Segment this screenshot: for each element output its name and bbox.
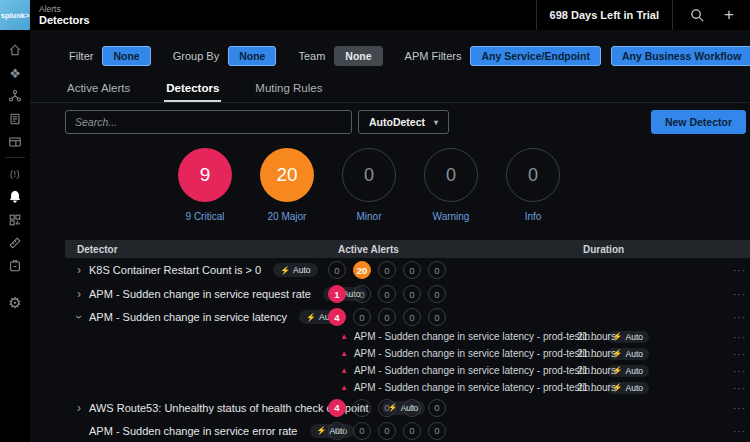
count-minor: 0: [378, 399, 396, 417]
critical-triangle-icon: ▲: [340, 383, 348, 392]
alert-name[interactable]: APM - Sudden change in service latency -…: [354, 365, 599, 376]
alert-count-pills: 4 0 0 0 0: [328, 399, 446, 417]
alerts-bell-icon[interactable]: [0, 187, 30, 207]
alert-name[interactable]: APM - Sudden change in service latency -…: [354, 348, 599, 359]
settings-gear-icon[interactable]: ⚙: [0, 293, 30, 313]
severity-warning: 0 Warning: [423, 148, 479, 222]
tab-active-alerts[interactable]: Active Alerts: [65, 82, 132, 102]
sidebar-nav: ❖ (!) ⚙: [0, 30, 30, 442]
severity-major: 20 20 Major: [259, 148, 315, 222]
synthetics-icon[interactable]: [0, 256, 30, 276]
alert-sub-row[interactable]: ▲ APM - Sudden change in service latency…: [65, 362, 750, 379]
log-observer-icon[interactable]: [0, 109, 30, 129]
detector-name[interactable]: APM - Sudden change in service error rat…: [89, 425, 298, 437]
filter-none-pill[interactable]: None: [102, 46, 150, 66]
collapse-chevron-icon[interactable]: ›: [72, 311, 86, 323]
count-info: 0: [428, 261, 446, 279]
row-menu-icon[interactable]: ···: [733, 265, 746, 276]
apm-business-workflow-pill[interactable]: Any Business Workflow: [611, 46, 750, 66]
count-info: 0: [428, 308, 446, 326]
count-minor: 0: [378, 261, 396, 279]
group-by-none-pill[interactable]: None: [228, 46, 276, 66]
critical-count-circle[interactable]: 9: [178, 148, 232, 202]
table-row[interactable]: › AWS Route53: Unhealthy status of healt…: [65, 396, 750, 419]
info-count-circle[interactable]: 0: [506, 148, 560, 202]
row-menu-icon[interactable]: ···: [733, 382, 746, 393]
expand-chevron-icon[interactable]: ›: [73, 263, 85, 277]
row-menu-icon[interactable]: ···: [733, 348, 746, 359]
row-menu-icon[interactable]: ···: [733, 425, 746, 436]
column-duration: Duration: [583, 244, 624, 255]
warning-label[interactable]: Warning: [423, 211, 479, 222]
search-icon[interactable]: [688, 6, 706, 24]
team-none-pill[interactable]: None: [334, 46, 382, 66]
detectors-table: Detector Active Alerts Duration › K8S Co…: [65, 240, 750, 442]
row-menu-icon[interactable]: ···: [733, 312, 746, 323]
table-row[interactable]: › APM - Sudden change in service latency…: [65, 306, 750, 328]
topology-icon[interactable]: [0, 86, 30, 106]
detector-name[interactable]: APM - Sudden change in service request r…: [89, 288, 311, 300]
splunk-logo[interactable]: splunk>: [0, 0, 30, 30]
row-menu-icon[interactable]: ···: [733, 331, 746, 342]
filter-label: Filter: [69, 50, 93, 62]
alert-duration: 21 hours: [577, 365, 616, 376]
row-menu-icon[interactable]: ···: [733, 289, 746, 300]
expand-chevron-icon[interactable]: ›: [73, 401, 85, 415]
table-row[interactable]: › APM - Sudden change in service request…: [65, 282, 750, 306]
minor-label[interactable]: Minor: [341, 211, 397, 222]
add-icon[interactable]: +: [720, 6, 738, 24]
count-warning: 0: [403, 399, 421, 417]
bolt-icon: ⚡: [280, 266, 290, 275]
alert-sub-row[interactable]: ▲ APM - Sudden change in service latency…: [65, 328, 750, 345]
count-major: 0: [353, 285, 371, 303]
info-label[interactable]: Info: [505, 211, 561, 222]
alert-name[interactable]: APM - Sudden change in service latency -…: [354, 382, 599, 393]
column-active-alerts: Active Alerts: [338, 244, 399, 255]
navigator-icon[interactable]: ❖: [0, 63, 30, 83]
new-detector-button[interactable]: New Detector: [651, 110, 746, 134]
alert-sub-row[interactable]: ▲ APM - Sudden change in service latency…: [65, 379, 750, 396]
alert-duration: 21 hours: [577, 331, 616, 342]
home-icon[interactable]: [0, 40, 30, 60]
expand-chevron-icon[interactable]: ›: [73, 287, 85, 301]
apm-filters-label: APM Filters: [405, 50, 462, 62]
major-label[interactable]: 20 Major: [259, 211, 315, 222]
alert-count-pills: 0 0 0 0 0: [328, 422, 446, 440]
count-critical: 4: [328, 308, 346, 326]
detector-name[interactable]: APM - Sudden change in service latency: [89, 311, 287, 323]
severity-info: 0 Info: [505, 148, 561, 222]
major-count-circle[interactable]: 20: [260, 148, 314, 202]
chevron-down-icon: ▾: [434, 118, 438, 127]
table-row[interactable]: APM - Sudden change in service error rat…: [65, 419, 750, 442]
alert-duration: 21 hours: [577, 382, 616, 393]
search-input[interactable]: [65, 110, 352, 134]
alert-count-pills: 4 0 0 0 0: [328, 308, 446, 326]
tab-bar: Active Alerts Detectors Muting Rules: [30, 77, 750, 103]
row-menu-icon[interactable]: ···: [733, 402, 746, 413]
warning-count-circle[interactable]: 0: [424, 148, 478, 202]
detector-name[interactable]: AWS Route53: Unhealthy status of health …: [89, 402, 369, 414]
count-minor: 0: [378, 422, 396, 440]
severity-summary: 9 9 Critical 20 20 Major 0 Minor 0 Warni…: [177, 148, 561, 222]
minor-count-circle[interactable]: 0: [342, 148, 396, 202]
dashboards-icon[interactable]: [0, 132, 30, 152]
count-minor: 0: [378, 308, 396, 326]
apm-service-endpoint-pill[interactable]: Any Service/Endpoint: [470, 46, 601, 66]
alert-sub-row[interactable]: ▲ APM - Sudden change in service latency…: [65, 345, 750, 362]
critical-label[interactable]: 9 Critical: [177, 211, 233, 222]
count-critical: 1: [328, 285, 346, 303]
detector-name[interactable]: K8S Container Restart Count is > 0: [89, 264, 261, 276]
auto-badge: ⚡Auto: [273, 263, 317, 277]
severity-minor: 0 Minor: [341, 148, 397, 222]
metrics-icon[interactable]: [0, 210, 30, 230]
apm-ruler-icon[interactable]: [0, 233, 30, 253]
tab-detectors[interactable]: Detectors: [164, 82, 221, 102]
incidents-icon[interactable]: (!): [0, 164, 30, 184]
table-row[interactable]: › K8S Container Restart Count is > 0 ⚡Au…: [65, 258, 750, 282]
autodetect-dropdown[interactable]: AutoDetect ▾: [358, 110, 449, 134]
row-menu-icon[interactable]: ···: [733, 365, 746, 376]
count-warning: 0: [403, 422, 421, 440]
alert-count-pills: 1 0 0 0 0: [328, 285, 446, 303]
tab-muting-rules[interactable]: Muting Rules: [253, 82, 324, 102]
alert-name[interactable]: APM - Sudden change in service latency -…: [354, 331, 599, 342]
